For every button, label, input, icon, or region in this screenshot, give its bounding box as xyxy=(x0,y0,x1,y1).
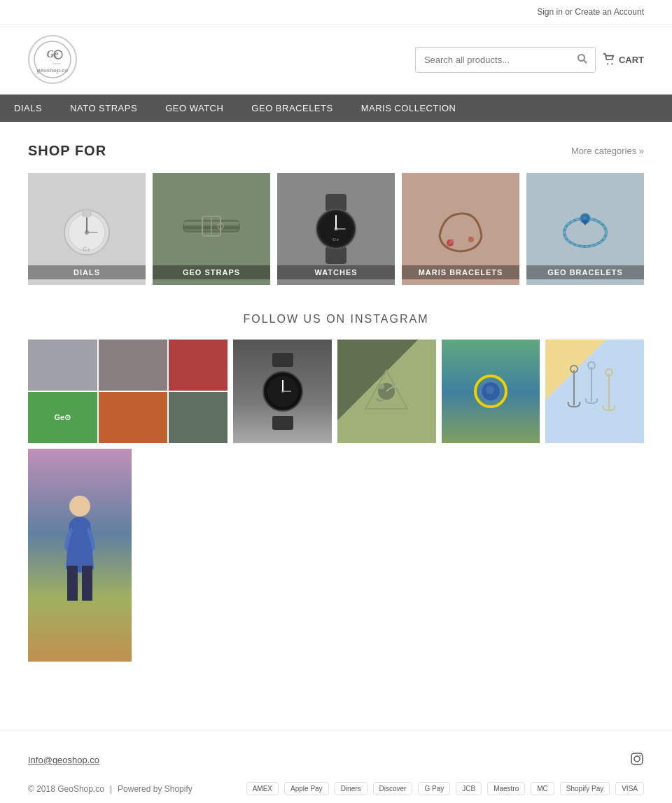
instagram-post-3[interactable] xyxy=(337,340,436,443)
logo[interactable]: Ge geoshop.co xyxy=(28,35,77,84)
svg-point-5 xyxy=(578,55,584,61)
search-button[interactable] xyxy=(570,48,595,72)
instagram-grid-row1: Ge⊙ xyxy=(28,340,644,443)
payment-mastercard: MC xyxy=(531,782,554,795)
category-geo-straps[interactable]: GEO STRAPS xyxy=(153,173,270,285)
svg-rect-14 xyxy=(83,209,91,216)
maris-bracelets-product-icon xyxy=(429,201,492,257)
svg-rect-37 xyxy=(272,353,293,367)
nav-nato-straps[interactable]: NATO STRAPS xyxy=(56,95,151,122)
instagram-grid-row2 xyxy=(28,449,644,662)
cart-label: CART xyxy=(619,55,644,65)
main-nav: DIALS NATO STRAPS GEO WATCH GEO BRACELET… xyxy=(0,95,672,122)
payment-applepay: Apple Pay xyxy=(284,782,329,795)
payment-jcb: JCB xyxy=(456,782,482,795)
watches-product-icon: Ge xyxy=(304,190,368,267)
cart-button[interactable]: CART xyxy=(603,53,644,66)
footer-instagram xyxy=(630,752,644,768)
account-links: Sign in or Create an Account xyxy=(537,7,644,17)
footer-top: Info@geoshop.co xyxy=(28,752,644,768)
search-cart-area: CART xyxy=(415,47,644,73)
svg-line-6 xyxy=(584,60,587,63)
geo-straps-label: GEO STRAPS xyxy=(153,265,270,279)
svg-point-61 xyxy=(640,755,641,757)
footer: Info@geoshop.co © 2018 GeoShop.co | Powe… xyxy=(0,730,672,803)
svg-rect-59 xyxy=(631,753,643,764)
create-account-link[interactable]: Create an Account xyxy=(575,7,644,17)
svg-point-56 xyxy=(69,496,90,517)
svg-point-8 xyxy=(611,63,612,64)
instagram-post-1[interactable]: Ge⊙ xyxy=(28,340,227,443)
payment-googlepay: G Pay xyxy=(418,782,450,795)
svg-point-46 xyxy=(379,384,384,389)
svg-text:geoshop.co: geoshop.co xyxy=(36,67,69,74)
or-text: or xyxy=(565,7,573,17)
payment-maestro: Maestro xyxy=(487,782,525,795)
main-content: SHOP FOR More categories » Ge DIALS xyxy=(0,122,672,688)
svg-point-60 xyxy=(634,756,640,762)
payment-icons: AMEX Apple Pay Diners Discover G Pay JCB… xyxy=(246,782,644,795)
search-box xyxy=(415,47,596,73)
dials-label: DIALS xyxy=(28,265,146,279)
instagram-post-4[interactable] xyxy=(442,340,540,443)
category-watches[interactable]: Ge WATCHES xyxy=(277,173,395,285)
maris-bracelets-label: MARIS BRACELETS xyxy=(402,265,519,279)
logo-area: Ge geoshop.co xyxy=(28,35,77,84)
svg-text:Ge: Ge xyxy=(83,246,90,253)
payment-amex: AMEX xyxy=(246,782,279,795)
payment-visa: VISA xyxy=(615,782,644,795)
payment-discover: Discover xyxy=(373,782,413,795)
footer-bottom: © 2018 GeoShop.co | Powered by Shopify A… xyxy=(28,782,644,795)
instagram-title: FOLLOW US ON INSTAGRAM xyxy=(28,313,644,326)
footer-divider: | xyxy=(110,784,112,794)
search-icon xyxy=(577,53,588,64)
nav-maris-collection[interactable]: MARIS COLLECTION xyxy=(347,95,470,122)
svg-rect-58 xyxy=(82,566,92,601)
watches-label: WATCHES xyxy=(277,265,395,279)
svg-point-7 xyxy=(607,63,608,64)
footer-email-link[interactable]: Info@geoshop.co xyxy=(28,755,99,765)
nav-geo-bracelets[interactable]: GEO BRACELETS xyxy=(237,95,346,122)
category-geo-bracelets[interactable]: GEO BRACELETS xyxy=(526,173,644,285)
nav-geo-watch[interactable]: GEO WATCH xyxy=(151,95,237,122)
copyright: © 2018 GeoShop.co xyxy=(28,784,104,794)
instagram-post-5[interactable] xyxy=(545,340,644,443)
more-categories-link[interactable]: More categories » xyxy=(571,146,644,156)
svg-rect-38 xyxy=(272,416,293,430)
header-main: Ge geoshop.co CART xyxy=(0,25,672,95)
geo-bracelets-product-icon xyxy=(554,201,617,257)
category-maris-bracelets[interactable]: MARIS BRACELETS xyxy=(402,173,519,285)
category-dials[interactable]: Ge DIALS xyxy=(28,173,146,285)
shop-for-header: SHOP FOR More categories » xyxy=(28,143,644,159)
category-grid: Ge DIALS GEO STRAPS xyxy=(28,173,644,285)
geo-straps-product-icon xyxy=(180,201,243,257)
instagram-icon xyxy=(630,752,644,766)
svg-text:Ge: Ge xyxy=(332,237,340,242)
nav-dials[interactable]: DIALS xyxy=(0,95,56,122)
payment-shopify: Shopify Pay xyxy=(560,782,610,795)
payment-diners: Diners xyxy=(335,782,368,795)
sign-in-link[interactable]: Sign in xyxy=(537,7,563,17)
header-top: Sign in or Create an Account xyxy=(0,0,672,25)
search-input[interactable] xyxy=(416,49,570,71)
svg-point-36 xyxy=(582,216,587,220)
instagram-post-6[interactable] xyxy=(28,449,132,662)
svg-point-49 xyxy=(486,386,494,394)
dials-product-icon: Ge xyxy=(59,194,115,264)
geo-bracelets-label: GEO BRACELETS xyxy=(526,265,644,279)
svg-rect-57 xyxy=(67,566,78,601)
cart-icon xyxy=(603,53,615,66)
powered-by-link[interactable]: Powered by Shopify xyxy=(118,784,192,794)
instagram-post-2[interactable] xyxy=(233,340,332,443)
instagram-link[interactable] xyxy=(630,752,644,768)
shop-for-title: SHOP FOR xyxy=(28,143,106,159)
